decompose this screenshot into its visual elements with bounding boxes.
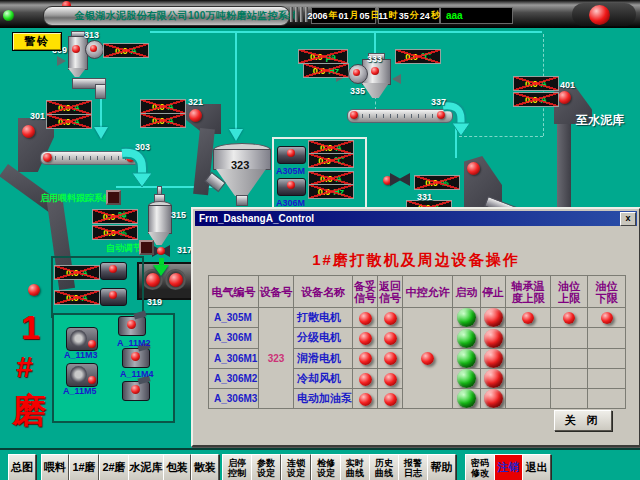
filter-313-status-dot [72, 45, 80, 53]
col-start: 启动 [453, 276, 481, 308]
ready-light [359, 332, 372, 345]
tag-315: 315 [171, 210, 186, 220]
nav-mill-1[interactable]: 1#磨 [69, 454, 99, 480]
device-code: A_305M [209, 308, 259, 328]
alarm-led-red-icon[interactable] [589, 5, 610, 25]
tag-303: 303 [135, 142, 150, 152]
cell [551, 348, 588, 368]
nav-cement-silo[interactable]: 水泥库 [128, 454, 164, 480]
stop-button[interactable] [484, 329, 503, 348]
user-display: aaa [440, 7, 513, 24]
col-central-permit: 中控允许 [403, 276, 453, 308]
nav-maintenance-setting[interactable]: 检修 设定 [311, 454, 341, 480]
stop-button[interactable] [484, 369, 503, 388]
dialog-close-icon[interactable]: x [620, 212, 636, 226]
silo-315[interactable] [148, 205, 172, 234]
divider [295, 7, 298, 22]
label-a11m5: A_11M5 [63, 386, 97, 396]
nav-help[interactable]: 帮助 [427, 454, 456, 480]
return-light [384, 373, 397, 386]
green-arrow-icon [153, 265, 169, 276]
tag-313: 313 [84, 30, 99, 40]
cell [353, 389, 378, 409]
dialog-heading: 1#磨打散机及周边设备操作 [193, 251, 639, 270]
cell [506, 348, 551, 368]
col-return-signal: 返回 信号 [378, 276, 403, 308]
tag-301: 301 [30, 111, 45, 121]
cell [453, 389, 481, 409]
tag-319: 319 [147, 297, 162, 307]
system-title: 金银湖水泥股份有限公司100万吨粉磨站监控系统 [35, 9, 299, 23]
meter-313-current: 0.0A [103, 43, 149, 58]
cell [506, 308, 551, 328]
tag-337: 337 [431, 97, 446, 107]
nav-feeding[interactable]: 喂料 [41, 454, 69, 480]
cell [588, 368, 626, 388]
nav-packing[interactable]: 包装 [163, 454, 191, 480]
cell [378, 328, 403, 348]
close-button[interactable]: 关 闭 [554, 410, 612, 431]
label-a11m2: A_11M2 [117, 338, 151, 348]
hmi-screen: 金银湖水泥股份有限公司100万吨粉磨站监控系统 2006年01月05日 11时3… [0, 0, 640, 480]
device-code: A_306M3 [209, 389, 259, 409]
cell [453, 348, 481, 368]
nav-exit[interactable]: 退出 [522, 454, 551, 480]
mill-label-hash: # [16, 350, 33, 384]
meter-feed-tons: 0.0吨 [92, 209, 138, 224]
nav-overview[interactable]: 总图 [8, 454, 36, 480]
elevator-401-column [557, 124, 571, 212]
nav-bulk[interactable]: 散装 [191, 454, 219, 480]
start-button[interactable] [457, 329, 476, 348]
auto-adjust-toggle[interactable] [139, 240, 154, 255]
central-permit-light [421, 352, 434, 365]
control-dialog: Frm_DashangA_Control x 1#磨打散机及周边设备操作 电气编… [191, 207, 640, 447]
meter-aux-1: 0.0A [54, 265, 100, 280]
device-name: 分级电机 [294, 328, 353, 348]
cell [453, 368, 481, 388]
cell [353, 368, 378, 388]
valve-331-icon[interactable] [390, 173, 410, 186]
tag-335: 335 [350, 86, 365, 96]
stop-button[interactable] [484, 389, 503, 408]
fan-313-status-dot [90, 45, 97, 52]
stop-button[interactable] [484, 349, 503, 368]
meter-a305m-temp: 0.0℃ [308, 153, 354, 168]
elevator-401-status [558, 91, 571, 104]
belt-303-pulley [43, 153, 52, 162]
cell [551, 308, 588, 328]
nav-history-curve[interactable]: 历史 曲线 [369, 454, 399, 480]
filter-313-cone [68, 68, 86, 77]
cell [403, 308, 453, 409]
process-line [235, 33, 237, 129]
label-a11m4: A_11M4 [120, 369, 154, 379]
start-button[interactable] [457, 308, 476, 327]
start-button[interactable] [457, 349, 476, 368]
fan-a11m5-status [88, 376, 96, 384]
meter-331-percent: 0.0% [414, 175, 460, 190]
fan-a11m3-status [88, 340, 96, 348]
start-button[interactable] [457, 369, 476, 388]
nav-parameter-setting[interactable]: 参数 设定 [251, 454, 281, 480]
nav-start-stop-control[interactable]: 启停 控制 [222, 454, 252, 480]
process-line [374, 33, 376, 55]
return-light [384, 332, 397, 345]
nav-alarm-log[interactable]: 报警 日志 [398, 454, 428, 480]
nav-realtime-curve[interactable]: 实时 曲线 [340, 454, 370, 480]
cell [481, 389, 506, 409]
nav-interlock-setting[interactable]: 连锁 设定 [281, 454, 311, 480]
start-button[interactable] [457, 389, 476, 408]
cell [353, 328, 378, 348]
alarm-bell-button[interactable]: 警铃 [12, 32, 62, 51]
dialog-title-bar[interactable]: Frm_DashangA_Control [195, 211, 637, 226]
stop-button[interactable] [484, 308, 503, 327]
table-header-row: 电气编号 设备号 设备名称 备妥 信号 返回 信号 中控允许 启动 停止 轴承温… [209, 276, 626, 308]
nav-mill-2[interactable]: 2#磨 [99, 454, 129, 480]
process-line [100, 97, 102, 127]
title-bar: 金银湖水泥股份有限公司100万吨粉磨站监控系统 2006年01月05日 11时3… [0, 0, 640, 28]
nav-password-change[interactable]: 密码 修改 [465, 454, 495, 480]
ready-light [359, 352, 372, 365]
nav-logout[interactable]: 注销 [494, 454, 523, 480]
meter-a306m-freq: 0.0Hz [308, 184, 354, 199]
feed-tracking-toggle[interactable] [106, 190, 121, 205]
col-stop: 停止 [481, 276, 506, 308]
